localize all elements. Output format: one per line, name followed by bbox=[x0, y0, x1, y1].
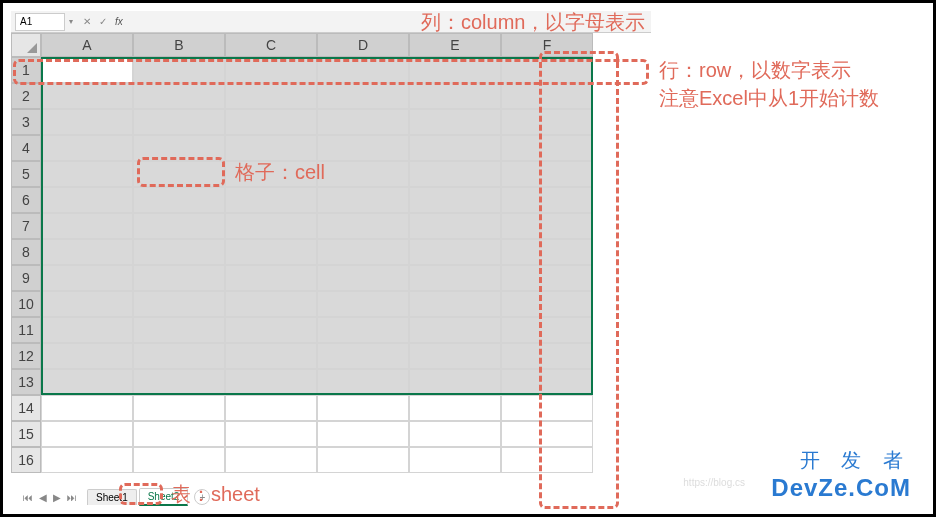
cell[interactable] bbox=[317, 161, 409, 187]
cell[interactable] bbox=[501, 187, 593, 213]
cell[interactable] bbox=[133, 135, 225, 161]
cell[interactable] bbox=[133, 109, 225, 135]
cell[interactable] bbox=[501, 213, 593, 239]
row-header-9[interactable]: 9 bbox=[11, 265, 41, 291]
cell[interactable] bbox=[41, 239, 133, 265]
cell[interactable] bbox=[409, 109, 501, 135]
cell[interactable] bbox=[41, 109, 133, 135]
cell[interactable] bbox=[501, 83, 593, 109]
cell[interactable] bbox=[409, 135, 501, 161]
cell[interactable] bbox=[409, 265, 501, 291]
cell[interactable] bbox=[41, 187, 133, 213]
cell[interactable] bbox=[225, 187, 317, 213]
cell[interactable] bbox=[409, 291, 501, 317]
cell[interactable] bbox=[41, 265, 133, 291]
cell[interactable] bbox=[317, 57, 409, 83]
cell[interactable] bbox=[133, 421, 225, 447]
cell[interactable] bbox=[409, 369, 501, 395]
cell[interactable] bbox=[409, 187, 501, 213]
cell[interactable] bbox=[409, 421, 501, 447]
cell[interactable] bbox=[41, 317, 133, 343]
new-sheet-button[interactable]: + bbox=[194, 489, 210, 505]
cell[interactable] bbox=[317, 447, 409, 473]
tab-last-icon[interactable]: ⏭ bbox=[65, 492, 79, 503]
row-header-14[interactable]: 14 bbox=[11, 395, 41, 421]
cell[interactable] bbox=[133, 395, 225, 421]
tab-next-icon[interactable]: ▶ bbox=[51, 492, 63, 503]
cell[interactable] bbox=[501, 109, 593, 135]
cell[interactable] bbox=[501, 421, 593, 447]
sheet-tab-2[interactable]: Sheet2 bbox=[139, 488, 189, 506]
cell[interactable] bbox=[225, 421, 317, 447]
cell[interactable] bbox=[317, 291, 409, 317]
tab-prev-icon[interactable]: ◀ bbox=[37, 492, 49, 503]
name-box[interactable]: A1 bbox=[15, 13, 65, 31]
cell[interactable] bbox=[133, 317, 225, 343]
cell[interactable] bbox=[501, 57, 593, 83]
cell[interactable] bbox=[225, 265, 317, 291]
col-header-F[interactable]: F bbox=[501, 33, 593, 57]
cell[interactable] bbox=[41, 83, 133, 109]
cell[interactable] bbox=[409, 343, 501, 369]
cell[interactable] bbox=[317, 187, 409, 213]
cell[interactable] bbox=[225, 369, 317, 395]
cell[interactable] bbox=[225, 343, 317, 369]
cell[interactable] bbox=[41, 291, 133, 317]
cell[interactable] bbox=[133, 57, 225, 83]
cell[interactable] bbox=[317, 395, 409, 421]
cell[interactable] bbox=[41, 447, 133, 473]
cell[interactable] bbox=[317, 317, 409, 343]
cell[interactable] bbox=[225, 161, 317, 187]
cell[interactable] bbox=[317, 239, 409, 265]
cell[interactable] bbox=[409, 161, 501, 187]
row-header-1[interactable]: 1 bbox=[11, 57, 41, 83]
grid[interactable]: ABCDEF12345678910111213141516 bbox=[11, 33, 651, 473]
cell[interactable] bbox=[225, 395, 317, 421]
row-header-7[interactable]: 7 bbox=[11, 213, 41, 239]
fx-label[interactable]: fx bbox=[115, 16, 123, 27]
cell[interactable] bbox=[225, 109, 317, 135]
cell[interactable] bbox=[409, 239, 501, 265]
cell[interactable] bbox=[133, 213, 225, 239]
cell[interactable] bbox=[133, 239, 225, 265]
cell[interactable] bbox=[501, 369, 593, 395]
cell[interactable] bbox=[133, 291, 225, 317]
cell[interactable] bbox=[225, 57, 317, 83]
cell[interactable] bbox=[133, 265, 225, 291]
cell[interactable] bbox=[41, 395, 133, 421]
cell[interactable] bbox=[225, 239, 317, 265]
cell[interactable] bbox=[41, 135, 133, 161]
col-header-C[interactable]: C bbox=[225, 33, 317, 57]
row-header-16[interactable]: 16 bbox=[11, 447, 41, 473]
cell[interactable] bbox=[133, 161, 225, 187]
cell[interactable] bbox=[317, 83, 409, 109]
row-header-10[interactable]: 10 bbox=[11, 291, 41, 317]
sheet-tab-1[interactable]: Sheet1 bbox=[87, 489, 137, 505]
cell[interactable] bbox=[317, 343, 409, 369]
cell[interactable] bbox=[41, 213, 133, 239]
row-header-6[interactable]: 6 bbox=[11, 187, 41, 213]
row-header-2[interactable]: 2 bbox=[11, 83, 41, 109]
cell[interactable] bbox=[317, 265, 409, 291]
cell[interactable] bbox=[501, 239, 593, 265]
cell[interactable] bbox=[317, 421, 409, 447]
col-header-A[interactable]: A bbox=[41, 33, 133, 57]
cancel-icon[interactable]: ✕ bbox=[83, 16, 91, 27]
cell[interactable] bbox=[501, 447, 593, 473]
cell[interactable] bbox=[133, 447, 225, 473]
cell[interactable] bbox=[409, 213, 501, 239]
cell[interactable] bbox=[501, 317, 593, 343]
cell[interactable] bbox=[41, 421, 133, 447]
confirm-icon[interactable]: ✓ bbox=[99, 16, 107, 27]
col-header-B[interactable]: B bbox=[133, 33, 225, 57]
cell[interactable] bbox=[501, 135, 593, 161]
cell[interactable] bbox=[409, 447, 501, 473]
cell[interactable] bbox=[501, 395, 593, 421]
col-header-E[interactable]: E bbox=[409, 33, 501, 57]
cell[interactable] bbox=[501, 291, 593, 317]
cell[interactable] bbox=[317, 135, 409, 161]
cell[interactable] bbox=[133, 343, 225, 369]
cell[interactable] bbox=[225, 447, 317, 473]
row-header-8[interactable]: 8 bbox=[11, 239, 41, 265]
cell[interactable] bbox=[409, 317, 501, 343]
